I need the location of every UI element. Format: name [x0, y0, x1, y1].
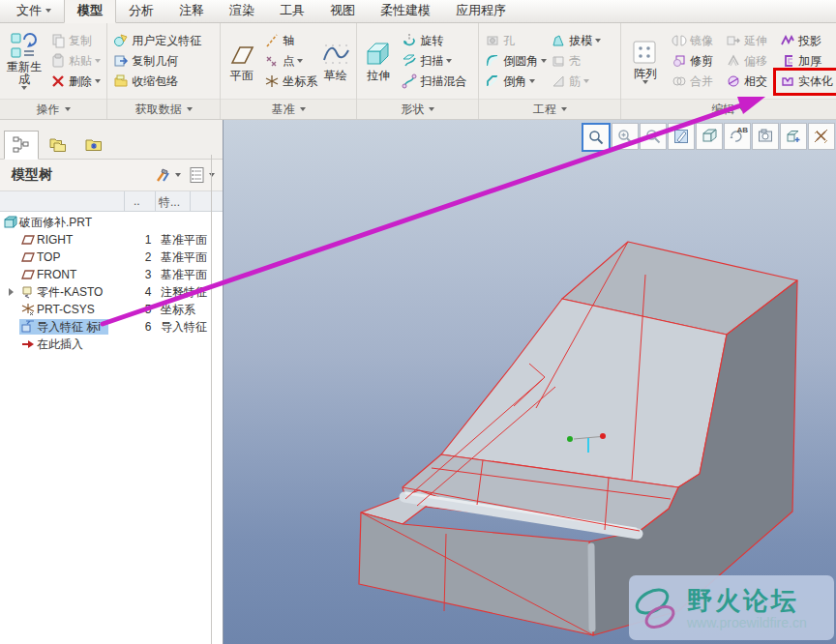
point-button[interactable]: 点: [261, 52, 315, 71]
copy-geometry-button[interactable]: 复制几何: [110, 52, 204, 71]
axis-button[interactable]: 轴: [261, 32, 315, 50]
tree-item-top[interactable]: TOP 2 基准平面: [0, 249, 223, 266]
paste-icon: [50, 53, 66, 69]
group-datum: 平面 轴 点 坐标系: [221, 23, 357, 119]
sketch-icon: [321, 41, 350, 70]
tab-tools[interactable]: 工具: [267, 0, 317, 22]
in-graphics-toolbar: AB: [582, 123, 835, 152]
delete-button[interactable]: 删除: [47, 73, 104, 91]
hole-button[interactable]: 孔: [482, 32, 546, 50]
zoom-in-button[interactable]: [612, 123, 639, 150]
chevron-down-icon: [209, 173, 215, 177]
chamfer-button[interactable]: 倒角: [482, 73, 546, 91]
paste-button[interactable]: 粘贴: [47, 52, 104, 71]
tab-favorites[interactable]: [77, 132, 110, 159]
tree-item-import-feature[interactable]: 导入特征 标i 6 导入特征: [0, 318, 223, 336]
group-label-operations[interactable]: 操作: [0, 99, 106, 119]
annotation-feature-icon: [21, 285, 35, 299]
copy-geometry-icon: [113, 53, 129, 69]
insert-here-arrow-icon: [21, 337, 35, 351]
model-canvas[interactable]: [224, 120, 836, 644]
csys-button[interactable]: 坐标系: [261, 73, 315, 91]
shell-button[interactable]: 壳: [548, 52, 604, 71]
tree-item-prt-csys[interactable]: PRT-CSYS 5 坐标系: [0, 301, 223, 318]
model-tree: 破面修补.PRT RIGHT 1 基准平面 TOP 2 基准平面 FRONT: [0, 212, 223, 353]
trim-button[interactable]: 修剪: [669, 52, 721, 71]
solidify-icon: [780, 73, 795, 89]
project-button[interactable]: 投影: [777, 32, 833, 50]
sketch-button[interactable]: 草绘: [317, 25, 353, 97]
column-header-feature: 特...: [159, 194, 180, 211]
group-label-shapes[interactable]: 形状: [357, 99, 478, 119]
list-settings-icon: [189, 166, 206, 184]
extend-icon: [726, 33, 741, 48]
revolve-button[interactable]: 旋转: [399, 32, 469, 50]
model-slope-face: [441, 299, 727, 487]
saved-orientations-button[interactable]: AB: [724, 123, 751, 150]
ab-label: AB: [736, 126, 748, 134]
tree-item-right[interactable]: RIGHT 1 基准平面: [0, 231, 223, 249]
group-label-datum[interactable]: 基准: [221, 99, 356, 119]
udf-button[interactable]: 用户定义特征: [110, 32, 204, 50]
regenerate-button[interactable]: 重新生成: [3, 25, 45, 97]
watermark-title: 野火论坛: [687, 586, 807, 615]
chevron-down-icon: [45, 9, 51, 13]
copy-button[interactable]: 复制: [47, 32, 104, 50]
group-shapes: 拉伸 旋转 扫描: [357, 23, 479, 119]
swept-blend-button[interactable]: 扫描混合: [399, 73, 469, 91]
shrinkwrap-button[interactable]: 收缩包络: [110, 73, 204, 91]
pattern-button[interactable]: 阵列: [624, 25, 667, 97]
tree-item-kasto[interactable]: 零件-KASTO 4 注释特征: [0, 283, 223, 301]
tab-analysis[interactable]: 分析: [116, 0, 166, 22]
view-manager-button[interactable]: [752, 123, 779, 150]
tree-item-front[interactable]: FRONT 3 基准平面: [0, 266, 223, 283]
zoom-out-button[interactable]: [640, 123, 667, 150]
chevron-down-icon: [529, 79, 535, 83]
thicken-button[interactable]: 加厚: [777, 52, 833, 71]
plane-button[interactable]: 平面: [224, 25, 259, 97]
tree-item-insert-here[interactable]: 在此插入: [0, 336, 223, 353]
group-label-editing[interactable]: 编辑: [621, 99, 836, 119]
offset-button[interactable]: 偏移: [723, 52, 775, 71]
annotation-filter-icon: [813, 128, 830, 145]
tab-view[interactable]: 视图: [317, 0, 368, 22]
sweep-button[interactable]: 扫描: [399, 52, 469, 71]
mirror-button[interactable]: 镜像: [669, 32, 721, 50]
tab-annotate[interactable]: 注释: [166, 0, 217, 22]
intersect-button[interactable]: 相交: [723, 73, 775, 91]
round-button[interactable]: 倒圆角: [482, 52, 546, 71]
hole-icon: [485, 33, 500, 48]
group-label-engineering[interactable]: 工程: [479, 99, 620, 119]
datum-display-button[interactable]: [780, 123, 807, 150]
group-engineering: 孔 倒圆角 倒角: [479, 23, 621, 119]
tab-render[interactable]: 渲染: [217, 0, 267, 22]
draft-button[interactable]: 拔模: [548, 32, 604, 50]
chevron-down-icon: [642, 80, 648, 84]
merge-button[interactable]: 合并: [669, 73, 721, 91]
solidify-button[interactable]: 实体化: [777, 73, 833, 91]
display-style-button[interactable]: [696, 123, 723, 150]
tab-folder-browser[interactable]: [42, 132, 75, 159]
ribbon-tab-bar: 文件 模型 分析 注释 渲染 工具 视图 柔性建模 应用程序: [0, 0, 836, 23]
intersect-icon: [726, 73, 741, 89]
zoom-in-icon: [616, 128, 634, 145]
graphics-area[interactable]: AB: [223, 120, 836, 644]
tab-file[interactable]: 文件: [4, 0, 64, 22]
tab-applications[interactable]: 应用程序: [443, 0, 519, 22]
tree-item-part-root[interactable]: 破面修补.PRT: [0, 214, 223, 231]
view-manager-icon: [757, 128, 774, 145]
annotation-filter-button[interactable]: [808, 123, 835, 150]
extrude-button[interactable]: 拉伸: [360, 25, 397, 97]
rib-button[interactable]: 筋: [548, 73, 604, 91]
tab-model[interactable]: 模型: [64, 0, 116, 23]
expand-arrow-icon[interactable]: [8, 288, 15, 296]
repaint-button[interactable]: [668, 123, 695, 150]
tab-model-tree[interactable]: [4, 131, 39, 160]
zoom-window-button[interactable]: [582, 123, 611, 152]
tab-flexible-modeling[interactable]: 柔性建模: [368, 0, 443, 22]
extend-button[interactable]: 延伸: [723, 32, 775, 50]
group-label-get-data[interactable]: 获取数据: [107, 99, 220, 119]
csys-icon: [21, 303, 35, 316]
tree-tools-button[interactable]: [155, 166, 181, 184]
copy-icon: [50, 33, 66, 48]
